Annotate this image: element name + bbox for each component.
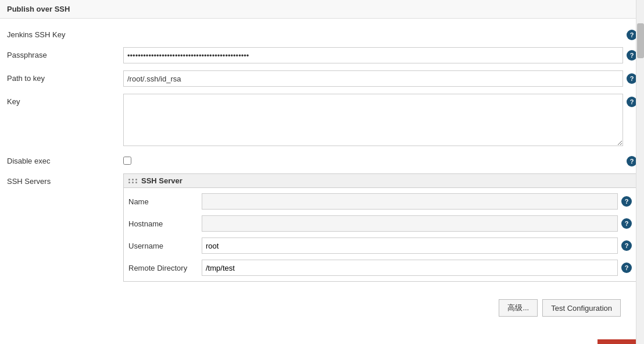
path-to-key-input[interactable] <box>123 70 623 87</box>
section-title: Publish over SSH <box>7 5 70 13</box>
ssh-name-label: Name <box>128 197 198 206</box>
ssh-hostname-input[interactable] <box>202 215 618 232</box>
ssh-name-input[interactable] <box>202 193 618 210</box>
publish-over-ssh-panel: Publish over SSH Jenkins SSH Key ? Passp… <box>0 0 644 344</box>
ssh-remote-dir-row: Remote Directory ? <box>128 257 632 279</box>
passphrase-input[interactable] <box>123 47 623 63</box>
drag-dot <box>132 182 134 183</box>
ssh-username-row: Username ? <box>128 235 632 257</box>
drag-dot <box>132 179 134 180</box>
advanced-button[interactable]: 高级... <box>499 299 538 317</box>
path-to-key-label: Path to key <box>7 70 123 83</box>
drag-dot <box>135 179 137 180</box>
section-header: Publish over SSH <box>0 0 644 19</box>
ssh-servers-wrap: SSH Server Name ? <box>123 173 637 286</box>
disable-exec-control: ? <box>123 153 637 166</box>
ssh-hostname-help-icon[interactable]: ? <box>621 218 632 229</box>
disable-exec-checkbox[interactable] <box>123 157 131 165</box>
key-textarea[interactable] <box>123 94 623 146</box>
jenkins-ssh-key-label: Jenkins SSH Key <box>7 27 123 39</box>
passphrase-label: Passphrase <box>7 47 123 59</box>
ssh-hostname-row: Hostname ? <box>128 212 632 235</box>
drag-dot <box>128 179 130 180</box>
drag-handle[interactable] <box>128 179 138 183</box>
path-to-key-control: ? <box>123 70 637 87</box>
ssh-username-input[interactable] <box>202 237 618 254</box>
ssh-remote-dir-input[interactable] <box>202 260 618 276</box>
bottom-actions: 高级... Test Configuration <box>0 295 644 321</box>
passphrase-row: Passphrase ? <box>0 44 644 67</box>
scrollbar[interactable] <box>636 0 644 344</box>
ssh-server-inner: Name ? Hostname ? <box>124 188 636 281</box>
key-control: ? <box>123 94 637 146</box>
ssh-username-help-icon[interactable]: ? <box>621 240 632 251</box>
ssh-servers-label: SSH Servers <box>7 173 123 186</box>
test-configuration-button[interactable]: Test Configuration <box>542 299 621 317</box>
ssh-servers-control: SSH Server Name ? <box>123 173 637 286</box>
form-body: Jenkins SSH Key ? Passphrase ? Path to k… <box>0 19 644 295</box>
ssh-server-title: SSH Server <box>141 176 183 185</box>
disable-exec-row: Disable exec ? <box>0 150 644 170</box>
ssh-remote-dir-help-icon[interactable]: ? <box>621 263 632 273</box>
passphrase-control: ? <box>123 47 637 63</box>
disable-exec-label: Disable exec <box>7 153 123 165</box>
jenkins-ssh-key-row: Jenkins SSH Key ? <box>0 23 644 44</box>
ssh-server-header: SSH Server <box>124 174 636 188</box>
ssh-hostname-label: Hostname <box>128 219 198 228</box>
drag-dot <box>135 182 137 183</box>
key-row: Key ? <box>0 90 644 150</box>
drag-dot <box>128 182 130 183</box>
ssh-name-help-icon[interactable]: ? <box>621 196 632 207</box>
path-to-key-row: Path to key ? <box>0 67 644 90</box>
ssh-name-row: Name ? <box>128 190 632 212</box>
jenkins-ssh-key-control: ? <box>123 27 637 40</box>
scrollbar-thumb[interactable] <box>637 23 644 58</box>
ssh-username-label: Username <box>128 242 198 250</box>
ssh-remote-dir-label: Remote Directory <box>128 264 198 272</box>
key-label: Key <box>7 94 123 106</box>
ssh-server-block: SSH Server Name ? <box>123 173 637 282</box>
ssh-servers-row: SSH Servers <box>0 170 644 290</box>
